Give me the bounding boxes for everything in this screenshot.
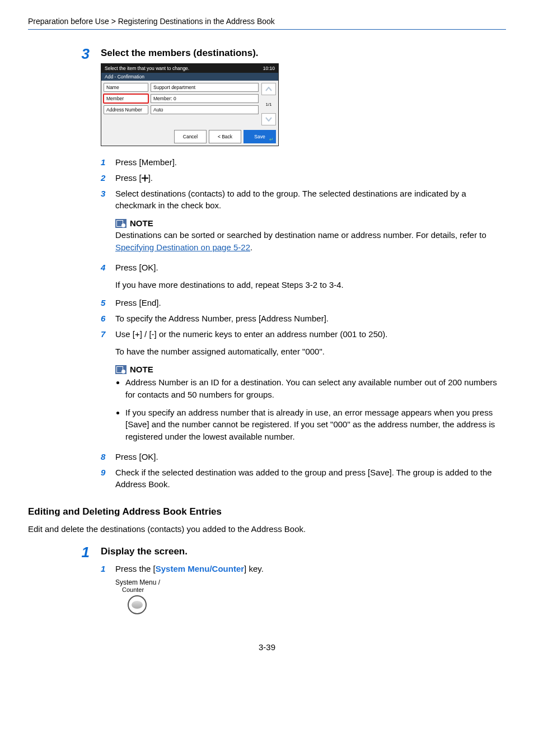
hardware-button-icon (128, 595, 147, 614)
device-member-button[interactable]: Member (104, 94, 148, 103)
step-number: 5 (101, 297, 109, 309)
step-number: 4 (101, 262, 109, 274)
system-menu-counter-key: System Menu/Counter (156, 564, 244, 573)
device-page-indicator: 1/1 (265, 95, 271, 113)
major-step-3-number: 3 (73, 46, 90, 61)
major-step-1-number: 1 (73, 545, 90, 559)
device-address-number-value: Auto (151, 105, 259, 114)
step-3-text: Select destinations (contacts) to add to… (115, 188, 506, 212)
note-bullet: If you specify an address number that is… (125, 407, 506, 443)
step-7-extra: To have the number assigned automaticall… (115, 346, 506, 358)
section-intro: Edit and delete the destinations (contac… (28, 523, 506, 535)
device-scroll-down[interactable] (261, 113, 276, 125)
hardware-button-figure: System Menu / Counter (115, 578, 506, 614)
note-bullet: Address Number is an ID for a destinatio… (125, 376, 506, 401)
device-save-button[interactable]: Save ↵ (243, 130, 276, 143)
step-1-text: Press [Member]. (115, 156, 506, 169)
step-number: 9 (101, 466, 109, 491)
page-number: 3-39 (28, 642, 506, 652)
device-message: Select the item that you want to change. (105, 66, 189, 71)
note-box: NOTE Destinations can be sorted or searc… (115, 218, 506, 254)
step-6-text: To specify the Address Number, press [Ad… (115, 312, 506, 325)
device-address-number-button[interactable]: Address Number (104, 105, 148, 114)
step-number: 8 (101, 451, 109, 463)
note-icon (115, 219, 127, 228)
breadcrumb: Preparation before Use > Registering Des… (28, 17, 506, 30)
device-name-button[interactable]: Name (104, 83, 148, 92)
note-title: NOTE (130, 365, 153, 374)
step-number: 7 (101, 328, 109, 340)
step-8-text: Press [OK]. (115, 451, 506, 463)
step-7-text: Use [+] / [-] or the numeric keys to ent… (115, 328, 506, 340)
device-time: 10:10 (263, 66, 275, 71)
section-heading: Editing and Deleting Address Book Entrie… (28, 506, 506, 517)
step-number: 3 (101, 188, 109, 212)
step-number: 2 (101, 172, 109, 184)
device-scroll-up[interactable] (261, 83, 276, 95)
step-9-text: Check if the selected destination was ad… (115, 466, 506, 491)
device-cancel-button[interactable]: Cancel (174, 130, 207, 143)
step-number: 1 (101, 156, 109, 169)
device-subtitle: Add - Confirmation (101, 73, 278, 81)
device-back-button[interactable]: < Back (209, 130, 241, 143)
step-4-extra: If you have more destinations to add, re… (115, 279, 506, 291)
step-4-text: Press [OK]. (115, 262, 506, 274)
step-number: 6 (101, 312, 109, 325)
step-2-text: Press []. (115, 172, 506, 184)
note-box: NOTE Address Number is an ID for a desti… (115, 365, 506, 443)
plus-icon (142, 175, 148, 181)
reference-link[interactable]: Specifying Destination on page 5-22 (115, 242, 250, 252)
device-screen: Select the item that you want to change.… (101, 63, 279, 146)
step-5-text: Press [End]. (115, 297, 506, 309)
note-body: Destinations can be sorted or searched b… (115, 229, 506, 254)
major-step-1-title: Display the screen. (101, 546, 188, 557)
enter-icon: ↵ (269, 137, 274, 142)
note-title: NOTE (130, 218, 153, 228)
device-name-value: Support department (151, 83, 259, 92)
device-member-value: Member: 0 (151, 94, 259, 103)
note-icon (115, 365, 127, 374)
step-number: 1 (101, 563, 109, 575)
step-1-text: Press the [System Menu/Counter] key. (115, 563, 506, 575)
major-step-3-title: Select the members (destinations). (101, 48, 259, 59)
